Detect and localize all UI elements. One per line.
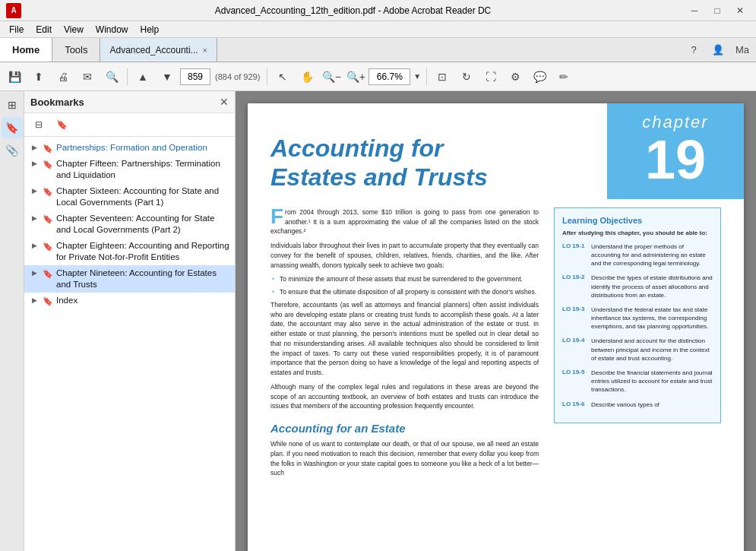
lo-item-3: LO 19-3 Understand the federal estate ta…	[562, 306, 713, 331]
signin-button[interactable]: 👤	[707, 41, 729, 59]
tab-close-button[interactable]: ×	[203, 46, 207, 55]
menu-help[interactable]: Help	[134, 23, 166, 36]
bookmark-item-1[interactable]: ▶ 🔖 Chapter Fifteen: Partnerships: Termi…	[24, 156, 235, 183]
lo-item-1: LO 19-1 Understand the proper methods of…	[562, 242, 713, 268]
window-controls: ─ □ ✕	[685, 4, 750, 17]
upload-button[interactable]: ⬆	[27, 66, 50, 87]
email-button[interactable]: ✉	[76, 66, 99, 87]
chapter-banner: chapter 19	[607, 103, 744, 199]
bm-collapse-all-button[interactable]: ⊟	[29, 116, 49, 133]
estate-para: While none of us want to contemplate our…	[270, 439, 539, 478]
lo-num-4: LO 19-4	[562, 337, 587, 344]
two-column-layout: From 2004 through 2013, some $10 trillio…	[270, 207, 721, 483]
learning-objectives-box: Learning Objectives After studying this …	[554, 207, 721, 423]
zoom-in-button[interactable]: 🔍+	[344, 66, 367, 87]
minimize-button[interactable]: ─	[685, 4, 704, 17]
separator-2	[267, 68, 267, 85]
lo-num-3: LO 19-3	[562, 306, 587, 312]
intro-paragraph: From 2004 through 2013, some $10 trillio…	[270, 207, 539, 236]
drop-cap: F	[270, 207, 283, 226]
lo-item-4: LO 19-4 Understand and account for the d…	[562, 337, 713, 363]
maximize-button[interactable]: □	[707, 4, 727, 17]
bm-icon-2: 🔖	[43, 186, 53, 197]
menu-window[interactable]: Window	[90, 23, 134, 36]
fullscreen-button[interactable]: ⛶	[479, 66, 502, 87]
bm-label-4: Chapter Eighteen: Accounting and Reporti…	[56, 240, 230, 263]
bm-expand-4[interactable]: ▶	[32, 242, 40, 251]
select-tool-button[interactable]: ↖	[271, 66, 294, 87]
lo-text-1: Understand the proper methods of account…	[591, 242, 713, 268]
more-button[interactable]: Ma	[732, 41, 753, 59]
tab-document[interactable]: Advanced_Accounti... ×	[100, 38, 217, 62]
rotate-button[interactable]: ↻	[455, 66, 478, 87]
bm-expand-6[interactable]: ▶	[32, 296, 40, 306]
fit-page-button[interactable]: ⊡	[431, 66, 454, 87]
menu-bar: File Edit View Window Help	[0, 21, 756, 38]
search-button[interactable]: 🔍	[100, 66, 123, 87]
bookmark-item-5[interactable]: ▶ 🔖 Chapter Nineteen: Accounting for Est…	[24, 265, 235, 293]
print-button[interactable]: 🖨	[52, 66, 74, 87]
menu-view[interactable]: View	[58, 23, 90, 36]
page-number-input[interactable]	[180, 68, 210, 85]
lo-text-3: Understand the federal estate tax and st…	[591, 306, 713, 331]
pen-button[interactable]: ✏	[552, 66, 575, 87]
lo-text-6: Describe various types of	[591, 401, 660, 409]
tool1-button[interactable]: ⚙	[504, 66, 527, 87]
zoom-out-button[interactable]: 🔍−	[320, 66, 343, 87]
tab-tools[interactable]: Tools	[52, 38, 100, 62]
tab-right-buttons: ? 👤 Ma	[680, 38, 756, 62]
bm-expand-2[interactable]: ▶	[32, 187, 40, 196]
menu-edit[interactable]: Edit	[30, 23, 58, 36]
bullet-2: To ensure that the ultimate disposition …	[270, 287, 539, 297]
bm-add-button[interactable]: 🔖	[52, 116, 71, 133]
bookmarks-close-button[interactable]: ✕	[220, 96, 229, 108]
learning-objectives-column: Learning Objectives After studying this …	[554, 207, 721, 483]
zoom-level-input[interactable]	[369, 68, 410, 85]
toolbar: 💾 ⬆ 🖨 ✉ 🔍 ▲ ▼ (884 of 929) ↖ ✋ 🔍− 🔍+ ▼ ⊡…	[0, 62, 756, 91]
bm-expand-1[interactable]: ▶	[32, 160, 40, 169]
zoom-dropdown-arrow[interactable]: ▼	[412, 72, 422, 81]
lo-num-6: LO 19-6	[562, 401, 587, 407]
para2: Therefore, accountants (as well as attor…	[270, 300, 539, 378]
sidebar-bookmarks-icon[interactable]: 🔖	[2, 117, 23, 138]
bookmark-item-3[interactable]: ▶ 🔖 Chapter Seventeen: Accounting for St…	[24, 211, 235, 238]
main-area: ⊞ 🔖 📎 Bookmarks ✕ ⊟ 🔖 ▶ 🔖 Partnerships: …	[0, 91, 756, 551]
hand-tool-button[interactable]: ✋	[296, 66, 318, 87]
lo-item-6: LO 19-6 Describe various types of	[562, 401, 713, 409]
bookmark-item-4[interactable]: ▶ 🔖 Chapter Eighteen: Accounting and Rep…	[24, 238, 235, 265]
lo-num-2: LO 19-2	[562, 274, 587, 280]
bookmarks-header: Bookmarks ✕	[24, 91, 235, 113]
lo-item-2: LO 19-2 Describe the types of estate dis…	[562, 274, 713, 299]
sidebar-attachments-icon[interactable]: 📎	[2, 140, 23, 161]
bm-expand-3[interactable]: ▶	[32, 214, 40, 223]
tab-home[interactable]: Home	[0, 38, 52, 62]
bookmark-item-0[interactable]: ▶ 🔖 Partnerships: Formation and Operatio…	[24, 140, 235, 156]
comment-button[interactable]: 💬	[528, 66, 551, 87]
help-button[interactable]: ?	[683, 41, 704, 59]
sidebar-page-thumb-icon[interactable]: ⊞	[2, 94, 23, 116]
prev-page-button[interactable]: ▲	[131, 66, 154, 87]
next-page-button[interactable]: ▼	[156, 66, 179, 87]
main-text-column: From 2004 through 2013, some $10 trillio…	[270, 207, 539, 483]
bm-expand-5[interactable]: ▶	[32, 269, 40, 278]
bm-label-1: Chapter Fifteen: Partnerships: Terminati…	[56, 158, 230, 181]
bookmark-item-6[interactable]: ▶ 🔖 Index	[24, 293, 235, 309]
save-button[interactable]: 💾	[3, 66, 26, 87]
page-count: (884 of 929)	[212, 72, 263, 81]
close-button[interactable]: ✕	[730, 4, 750, 17]
pdf-page: chapter 19 Accounting for Estates and Tr…	[248, 103, 744, 551]
bookmarks-list: ▶ 🔖 Partnerships: Formation and Operatio…	[24, 137, 235, 551]
bm-label-5: Chapter Nineteen: Accounting for Estates…	[56, 268, 230, 290]
lo-text-5: Describe the financial statements and jo…	[591, 369, 713, 394]
pdf-area[interactable]: chapter 19 Accounting for Estates and Tr…	[236, 91, 756, 551]
menu-file[interactable]: File	[3, 23, 30, 36]
bm-label-6: Index	[56, 295, 77, 306]
bullet-1: To minimize the amount of these assets t…	[270, 274, 539, 284]
window-title: Advanced_Accounting_12th_edition.pdf - A…	[21, 5, 685, 16]
bm-expand-0[interactable]: ▶	[32, 144, 40, 153]
bookmark-item-2[interactable]: ▶ 🔖 Chapter Sixteen: Accounting for Stat…	[24, 183, 235, 211]
bm-icon-0: 🔖	[43, 143, 53, 154]
section-heading: Accounting for an Estate	[270, 422, 539, 435]
lo-subtitle: After studying this chapter, you should …	[562, 230, 713, 236]
bm-label-3: Chapter Seventeen: Accounting for State …	[56, 213, 230, 236]
